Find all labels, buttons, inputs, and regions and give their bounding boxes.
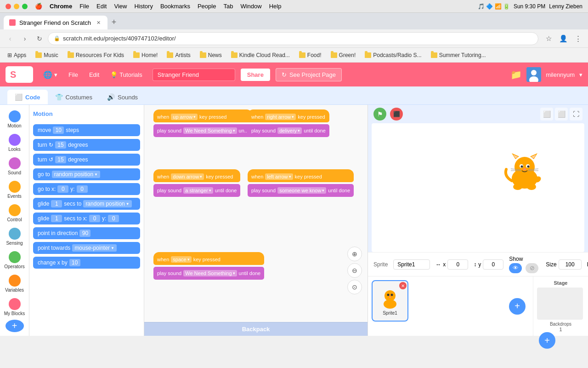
block-turn-ccw[interactable]: turn ↺ 15 degrees xyxy=(33,154,140,166)
block-goto[interactable]: go to random position xyxy=(33,168,140,180)
globe-btn[interactable]: 🌐 ▾ xyxy=(39,68,62,82)
block-turn-ccw-value[interactable]: 15 xyxy=(55,156,66,163)
script-group-5[interactable]: when space key pressed play sound We Nee… xyxy=(153,252,264,281)
window-menu[interactable]: Window xyxy=(240,3,261,10)
down-arrow-dropdown[interactable]: down arrow xyxy=(171,173,204,180)
tab-menu[interactable]: Tab xyxy=(223,3,233,10)
block-point-towards-dropdown[interactable]: mouse-pointer xyxy=(72,244,117,252)
edit-menu[interactable]: Edit xyxy=(96,3,107,10)
help-menu[interactable]: Help xyxy=(269,3,282,10)
bookmark-podcasts[interactable]: Podcasts/Radio S... xyxy=(361,51,425,60)
space-dropdown[interactable]: space xyxy=(171,256,191,263)
block-glide-xy[interactable]: glide 1 secs to x: 0 y: 0 xyxy=(33,213,140,224)
username-dropdown-icon[interactable]: ▾ xyxy=(579,71,582,78)
save-folder-btn[interactable]: 📁 xyxy=(510,69,522,80)
bookmarks-menu[interactable]: Bookmarks xyxy=(160,3,190,10)
edit-menu-btn[interactable]: Edit xyxy=(85,69,104,81)
chrome-menu-btn[interactable]: ⋮ xyxy=(571,32,584,45)
bookmark-apps[interactable]: ⊞ Apps xyxy=(4,51,30,60)
sprite-name-input[interactable] xyxy=(393,259,430,270)
chrome-menu[interactable]: Chrome xyxy=(50,3,72,10)
tab-close-btn[interactable]: ✕ xyxy=(95,19,102,26)
tab-code[interactable]: ⬜ Code xyxy=(7,90,48,104)
sound5-dropdown[interactable]: We Need Something xyxy=(183,270,237,276)
backpack-bar[interactable]: Backpack xyxy=(144,322,368,336)
block-glide-xy-secs[interactable]: 1 xyxy=(51,215,62,222)
block-glide-xy-x[interactable]: 0 xyxy=(89,215,100,222)
play-sound-block-1[interactable]: play sound We Need Something un... xyxy=(153,124,252,137)
block-glide-secs[interactable]: 1 xyxy=(51,200,62,207)
category-operators[interactable]: Operators xyxy=(2,249,28,271)
share-btn[interactable]: Share xyxy=(241,69,270,81)
show-visible-btn[interactable]: 👁 xyxy=(509,263,522,273)
category-events[interactable]: Events xyxy=(2,179,28,201)
tutorials-btn[interactable]: 💡 Tutorials xyxy=(106,69,147,81)
block-move-value[interactable]: 10 xyxy=(53,126,64,134)
user-profile-btn[interactable]: 👤 xyxy=(557,32,570,45)
tab-sounds[interactable]: 🔊 Sounds xyxy=(100,90,145,104)
category-control[interactable]: Control xyxy=(2,202,28,224)
hat-block-space[interactable]: when space key pressed xyxy=(153,252,264,265)
script-group-1[interactable]: when up arrow key pressed play sound We … xyxy=(153,109,252,138)
block-move[interactable]: move 10 steps xyxy=(33,124,140,136)
play-sound-block-2[interactable]: play sound delivery until done xyxy=(248,124,329,137)
block-glide-dropdown[interactable]: random position xyxy=(83,200,131,207)
add-backdrop-btn[interactable]: + xyxy=(539,332,555,349)
bookmark-music[interactable]: Music xyxy=(32,51,62,60)
zoom-out-btn[interactable]: ⊖ xyxy=(347,263,362,278)
green-flag-btn[interactable]: ⚑ xyxy=(373,108,386,121)
category-looks[interactable]: Looks xyxy=(2,132,28,154)
minimize-window-btn[interactable] xyxy=(14,4,19,9)
play-sound-block-3[interactable]: play sound a stranger until done xyxy=(153,184,240,197)
active-tab[interactable]: Stranger Friend on Scratch ✕ xyxy=(4,16,107,29)
block-point-dir-value[interactable]: 90 xyxy=(79,230,90,237)
script-group-3[interactable]: when down arrow key pressed play sound a… xyxy=(153,169,240,198)
sound4-dropdown[interactable]: someone we know xyxy=(277,187,326,194)
script-group-4[interactable]: when left arrow key pressed play sound s… xyxy=(248,169,354,198)
sound3-dropdown[interactable]: a stranger xyxy=(183,187,213,194)
block-glide[interactable]: glide 1 secs to random position xyxy=(33,198,140,210)
size-input[interactable] xyxy=(559,259,582,270)
scratch-logo[interactable]: S xyxy=(6,66,33,83)
bookmark-star-btn[interactable]: ☆ xyxy=(542,32,555,45)
username-display[interactable]: milennyum xyxy=(546,71,575,78)
right-arrow-dropdown[interactable]: right arrow xyxy=(265,114,296,120)
block-change-x[interactable]: change x by 10 xyxy=(33,257,140,269)
hat-block-down-arrow[interactable]: when down arrow key pressed xyxy=(153,169,240,182)
large-stage-btn[interactable]: ⬜ xyxy=(555,108,568,121)
bookmark-resources[interactable]: Resources For Kids xyxy=(64,51,128,60)
apple-menu[interactable]: 🍎 xyxy=(35,3,42,10)
sprite-x-input[interactable] xyxy=(447,259,468,270)
add-sprite-btn[interactable]: + xyxy=(509,298,526,315)
sprite-item-1[interactable]: ✕ Sprite1 xyxy=(372,280,408,322)
hat-block-left-arrow[interactable]: when left arrow key pressed xyxy=(248,169,354,182)
bookmark-kindle[interactable]: Kindle Cloud Read... xyxy=(227,51,294,60)
block-goto-x-value[interactable]: 0 xyxy=(57,185,68,193)
sound2-dropdown[interactable]: delivery xyxy=(277,127,302,134)
script-group-2[interactable]: when right arrow key pressed play sound … xyxy=(248,109,329,138)
category-sensing[interactable]: Sensing xyxy=(2,226,28,247)
view-menu[interactable]: View xyxy=(114,3,127,10)
block-goto-y-value[interactable]: 0 xyxy=(77,185,88,193)
back-btn[interactable]: ‹ xyxy=(4,32,17,45)
block-goto-xy[interactable]: go to x: 0 y: 0 xyxy=(33,183,140,195)
category-variables[interactable]: Variables xyxy=(2,273,28,294)
zoom-fit-btn[interactable]: ⊙ xyxy=(347,280,362,294)
stop-btn[interactable]: ⬛ xyxy=(390,108,403,121)
forward-btn[interactable]: › xyxy=(18,32,31,45)
see-project-btn[interactable]: ↻ See Project Page xyxy=(276,68,342,81)
bookmark-home[interactable]: Home! xyxy=(130,51,161,60)
reload-btn[interactable]: ↻ xyxy=(33,32,46,45)
file-menu[interactable]: File xyxy=(79,3,89,10)
small-stage-btn[interactable]: ⬜ xyxy=(540,108,553,121)
play-sound-block-4[interactable]: play sound someone we know until done xyxy=(248,184,354,197)
hat-block-right-arrow[interactable]: when right arrow key pressed xyxy=(248,109,329,122)
category-motion[interactable]: Motion xyxy=(2,109,28,130)
block-point-dir[interactable]: point in direction 90 xyxy=(33,227,140,239)
block-goto-dropdown[interactable]: random position xyxy=(52,171,100,178)
project-name-input[interactable] xyxy=(153,69,235,81)
file-menu-btn[interactable]: File xyxy=(64,69,83,81)
block-turn-cw[interactable]: turn ↻ 15 degrees xyxy=(33,139,140,151)
up-arrow-dropdown[interactable]: up arrow xyxy=(171,114,198,120)
sound1-dropdown[interactable]: We Need Something xyxy=(183,127,237,134)
